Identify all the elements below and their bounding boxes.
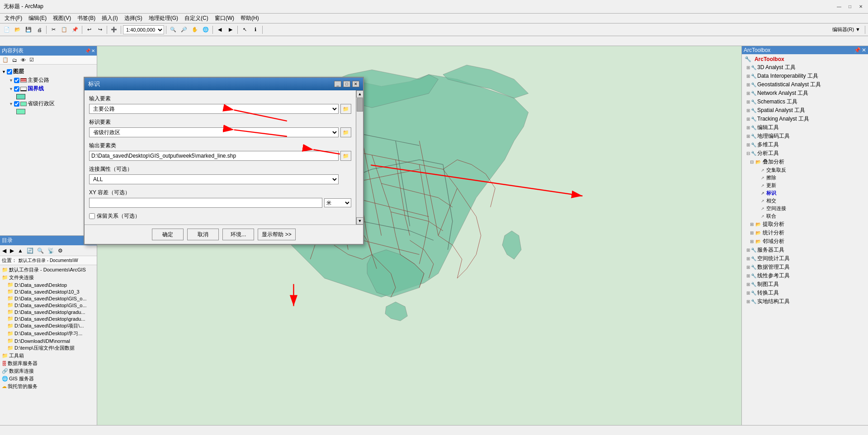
dialog-close-btn[interactable]: ✕ [352,81,359,87]
output-path-input[interactable] [89,151,339,161]
cat-item-desktop[interactable]: 📁 D:\Data_saved\Desktop [1,281,96,288]
cat-item-gis-o1[interactable]: 📁 D:\Data_saved\Desktop\GIS_o... [1,295,96,302]
cat-item-10-3[interactable]: 📁 D:\Data_saved\Desktop\10_3 [1,288,96,295]
menu-bookmark[interactable]: 书签(B) [75,14,98,23]
tool-server[interactable]: ⊞ 🔧 服务器工具 [743,246,867,254]
select-btn[interactable]: ↖ [240,25,250,35]
menu-help[interactable]: 帮助(H) [238,14,262,23]
info-btn[interactable]: ℹ [250,25,260,35]
pan-btn[interactable]: ✋ [190,25,200,35]
cat-item-gradu1[interactable]: 📁 D:\Data_saved\Desktop\gradu... [1,309,96,315]
cat-item-default-workspace[interactable]: 📁 默认工作目录 - Documents\ArcGIS [1,266,96,274]
cat-item-gradu2[interactable]: 📁 D:\Data_saved\Desktop\gradu... [1,315,96,322]
menu-geoprocess[interactable]: 地理处理(G) [146,14,181,23]
list-by-source[interactable]: 🗂 [11,57,19,63]
back-btn[interactable]: ◀ [215,25,225,35]
tool-schematics[interactable]: ⊞ 🔧 Schematics 工具 [743,98,867,106]
scroll-up-btn[interactable]: ▲ [356,90,363,98]
layer-item-border[interactable]: ▼ 国界线 [2,84,95,93]
tool-data-interop[interactable]: ⊞ 🔧 Data Interoperability 工具 [743,72,867,80]
layer-group-title[interactable]: ▼ 图层 [2,67,95,76]
tool-linear-ref[interactable]: ⊞ 🔧 线性参考工具 [743,271,867,280]
xy-unit-select[interactable]: 米 [324,198,351,207]
minimize-button[interactable]: — [835,3,843,10]
tool-update[interactable]: ↗ 更新 [743,182,867,189]
tool-edit[interactable]: ⊞ 🔧 编辑工具 [743,123,867,132]
catalog-forward[interactable]: ▶ [9,247,15,254]
join-attr-select[interactable]: ALL [89,174,339,184]
open-btn[interactable]: 📂 [13,25,23,35]
output-browse-btn[interactable]: 📁 [340,151,351,161]
tool-conversion[interactable]: ⊞ 🔧 转换工具 [743,289,867,297]
forward-btn[interactable]: ▶ [226,25,236,35]
print-btn[interactable]: 🖨 [34,25,44,35]
tool-proximity-group[interactable]: ⊞ 📂 邻域分析 [743,237,867,246]
zoom-in-btn[interactable]: 🔍 [168,25,178,35]
arctoolbox-pin-btn[interactable]: 📌 [854,47,861,53]
catalog-options[interactable]: ⚙ [57,247,64,254]
tool-identity[interactable]: ↗ 标识 [743,189,867,197]
layer-highway-checkbox[interactable] [14,78,19,83]
scroll-thumb[interactable] [357,98,363,112]
tool-3d-analyst[interactable]: ⊞ 🔧 3D Analyst 工具 [743,63,867,72]
tool-multidim[interactable]: ⊞ 🔧 多维工具 [743,140,867,149]
add-data-btn[interactable]: ➕ [109,25,119,35]
tool-symmetric-diff[interactable]: ↗ 交集取反 [743,166,867,174]
full-extent-btn[interactable]: 🌐 [201,25,211,35]
identity-feature-select[interactable]: 省级行政区 [89,127,339,137]
menu-edit[interactable]: 编辑(E) [26,14,49,23]
redo-btn[interactable]: ↪ [95,25,105,35]
copy-btn[interactable]: 📋 [59,25,69,35]
dialog-help-btn[interactable]: 显示帮助 >> [258,229,295,240]
tool-erase[interactable]: ↗ 擦除 [743,174,867,182]
input-feature-select[interactable]: 主要公路 [89,104,339,114]
layer-item-highway[interactable]: ▼ 主要公路 [2,76,95,84]
dialog-cancel-btn[interactable]: 取消 [187,229,219,240]
cat-item-gis-server[interactable]: 🌐 GIS 服务器 [1,375,96,383]
save-btn[interactable]: 💾 [24,25,33,35]
tool-spatial-analyst[interactable]: ⊞ 🔧 Spatial Analyst 工具 [743,106,867,115]
tool-overlay-group[interactable]: ⊟ 📂 叠加分析 [743,158,867,166]
paste-btn[interactable]: 📌 [70,25,80,35]
tool-extract-group[interactable]: ⊞ 📂 提取分析 [743,220,867,229]
scroll-down-btn[interactable]: ▼ [356,217,363,225]
tool-data-mgmt[interactable]: ⊞ 🔧 数据管理工具 [743,263,867,271]
tool-stats-group[interactable]: ⊞ 📂 统计分析 [743,229,867,237]
layer-group-checkbox[interactable] [7,69,12,75]
tool-intersect[interactable]: ↗ 相交 [743,197,867,205]
catalog-search[interactable]: 🔍 [36,247,45,254]
maximize-button[interactable]: □ [846,3,854,10]
cat-item-idm[interactable]: 📁 D:\Download\IDM\normal [1,337,96,344]
tool-geostatistical[interactable]: ⊞ 🔧 Geostatistical Analyst 工具 [743,80,867,89]
layer-border-checkbox[interactable] [14,86,19,92]
list-by-drawing-order[interactable]: 📋 [1,56,10,63]
tool-spatial-join[interactable]: ↗ 空间连接 [743,205,867,212]
cat-item-db-connect[interactable]: 🔗 数据库连接 [1,367,96,375]
cat-item-folder-connection[interactable]: 📁 文件夹连接 [1,274,96,281]
cat-item-study[interactable]: 📁 D:\Data_saved\Desktop\学习... [1,330,96,337]
cat-item-hosted[interactable]: ☁ 我托管的服务 [1,383,96,390]
input-browse-btn[interactable]: 📁 [340,104,351,114]
tool-union[interactable]: ↗ 联合 [743,212,867,220]
layer-province-checkbox[interactable] [14,101,19,107]
tool-analysis[interactable]: ⊟ 🔧 分析工具 [743,149,867,158]
dialog-env-btn[interactable]: 环境... [222,229,254,240]
new-btn[interactable]: 📄 [2,25,12,35]
close-button[interactable]: ✕ [857,3,864,10]
menu-view[interactable]: 视图(V) [50,14,74,23]
menu-insert[interactable]: 插入(I) [99,14,120,23]
xy-value-input[interactable] [89,198,322,208]
menu-customize[interactable]: 自定义(C) [182,14,211,23]
cat-item-toolbox[interactable]: 📁 工具箱 [1,352,96,360]
cat-item-national[interactable]: 📁 D:\temp\压缩文件\全国数据 [1,344,96,352]
dialog-maximize-btn[interactable]: □ [343,81,350,87]
arctoolbox-close-btn[interactable]: ✕ [862,47,866,53]
identity-browse-btn[interactable]: 📁 [340,127,351,137]
tool-field-struct[interactable]: ⊞ 🔧 实地结构工具 [743,297,867,306]
editor-toolbar[interactable]: 编辑器(R) ▼ [830,26,863,33]
keep-rel-checkbox[interactable] [89,213,95,219]
tool-spatial-stats[interactable]: ⊞ 🔧 空间统计工具 [743,254,867,263]
menu-window[interactable]: 窗口(W) [212,14,237,23]
tool-cartography[interactable]: ⊞ 🔧 制图工具 [743,280,867,289]
cat-item-gis-o2[interactable]: 📁 D:\Data_saved\Desktop\GIS_o... [1,302,96,309]
